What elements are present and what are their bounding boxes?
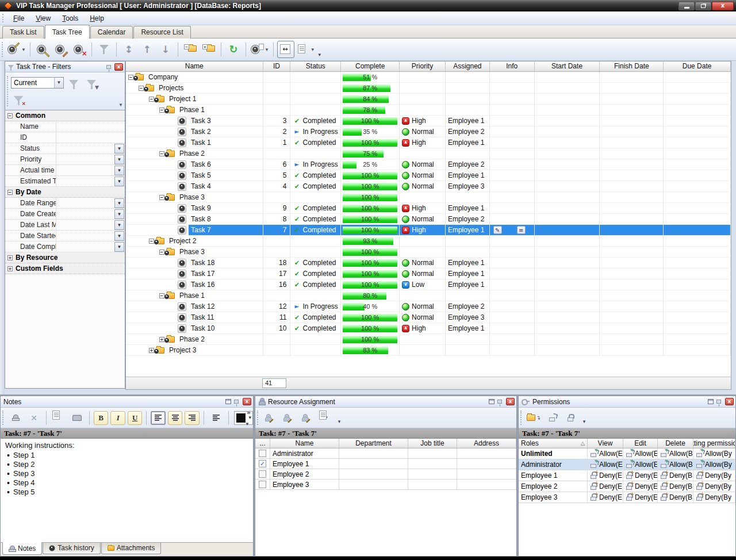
column-header-tting-permissic[interactable]: tting permissic <box>693 439 735 448</box>
bullet-list-button[interactable] <box>208 409 225 427</box>
menu-view[interactable]: View <box>30 13 56 24</box>
chevron-down-icon[interactable]: ▼ <box>114 209 124 219</box>
task-row[interactable]: Task 55✔Completed100 %NormalEmployee 1 <box>126 170 731 181</box>
move-task-down-button[interactable]: ↓ <box>157 41 174 58</box>
filter-field-value[interactable] <box>56 198 114 208</box>
column-header-department[interactable]: Department <box>339 439 408 448</box>
task-row[interactable]: Task 44✔Completed100 %NormalEmployee 3 <box>126 181 731 192</box>
tab-task-tree[interactable]: Task Tree <box>45 25 90 39</box>
filter-section-by-date[interactable]: −By Date <box>5 187 125 198</box>
filter-field-value[interactable] <box>56 209 114 219</box>
apply-filter-button[interactable] <box>66 76 81 90</box>
chevron-down-icon[interactable]: ▼ <box>114 198 124 208</box>
chevron-down-icon[interactable]: ▼ <box>114 231 124 241</box>
task-row[interactable]: Task 1010✔Completed100 %∧HighEmployee 1 <box>126 323 731 334</box>
pin-icon[interactable] <box>497 400 502 404</box>
group-row[interactable]: −Project 293 % <box>126 236 731 247</box>
column-header-due-date[interactable]: Due Date <box>664 62 731 71</box>
filter-field-value[interactable] <box>56 143 114 154</box>
tab-task-list[interactable]: Task List <box>2 26 44 39</box>
column-header-start-date[interactable]: Start Date <box>535 62 600 71</box>
chevron-down-icon[interactable]: ▼ <box>114 155 124 164</box>
restore-panel-icon[interactable] <box>708 399 714 404</box>
chevron-down-icon[interactable]: ▼ <box>114 177 124 186</box>
toolbar-overflow-button[interactable]: ▼ <box>317 49 331 59</box>
task-row[interactable]: Task 99✔Completed100 %∧HighEmployee 1 <box>126 203 731 214</box>
filter-preset-select[interactable]: Current ▼ <box>11 77 64 89</box>
group-row[interactable]: −Phase 275 % <box>126 148 731 159</box>
chevron-down-icon[interactable]: ▼ <box>114 220 124 230</box>
deny-permission-button[interactable] <box>562 409 579 427</box>
filter-field-value[interactable] <box>56 176 114 186</box>
filter-field-value[interactable] <box>56 241 114 252</box>
restore-button[interactable] <box>695 2 711 10</box>
grid-report-button[interactable]: ▼ <box>296 41 316 58</box>
column-header-edit[interactable]: Edit <box>623 439 658 448</box>
checkbox-unchecked[interactable] <box>259 450 266 457</box>
group-row[interactable]: +Project 383 % <box>126 345 731 356</box>
print-button[interactable] <box>68 409 86 427</box>
edit-assignment-button[interactable] <box>280 409 297 427</box>
group-row[interactable]: −Projects87 % <box>126 83 731 94</box>
column-header-address[interactable]: Address <box>457 439 516 448</box>
group-row[interactable]: −Project 184 % <box>126 94 731 105</box>
filter-field-value[interactable] <box>56 231 114 241</box>
filter-toolbar-overflow[interactable]: ▼ <box>118 102 123 108</box>
filter-field-value[interactable] <box>56 154 114 164</box>
resource-row[interactable]: ✓Employee 1 <box>255 459 516 469</box>
filter-panel-close-button[interactable]: x <box>114 63 123 71</box>
checkbox-unchecked[interactable] <box>259 481 266 488</box>
tab-resource-list[interactable]: Resource List <box>133 26 190 39</box>
permission-row[interactable]: Employee 2+Deny(E+Deny(E+Deny(B+Deny(By <box>519 481 735 492</box>
collapse-all-button[interactable]: − <box>182 41 199 58</box>
task-row[interactable]: Task 1818✔Completed100 %NormalEmployee 1 <box>126 258 731 269</box>
column-header-job-title[interactable]: Job title <box>408 439 457 448</box>
copy-permissions-button[interactable]: ↴ <box>525 409 542 427</box>
task-row[interactable]: Task 66►In Progress25 %NormalEmployee 2 <box>126 159 731 170</box>
filter-field-value[interactable] <box>56 220 114 230</box>
column-header-assigned[interactable]: Assigned <box>446 62 490 71</box>
notes-toolbar-more[interactable]: » <box>247 409 251 416</box>
filter-field-value[interactable] <box>56 132 125 143</box>
pin-icon[interactable] <box>716 400 721 404</box>
move-task-up-button[interactable]: ↑ <box>139 41 156 58</box>
italic-button[interactable]: I <box>110 411 125 425</box>
column-header-priority[interactable]: Priority <box>400 62 446 71</box>
edit-task-button[interactable] <box>52 41 70 58</box>
save-filter-button[interactable]: ▼ <box>84 76 99 90</box>
pin-icon[interactable] <box>234 400 239 404</box>
refresh-button[interactable]: ↻ <box>225 41 242 58</box>
column-header-delete[interactable]: Delete <box>658 439 693 448</box>
column-header-name[interactable]: Name <box>270 439 339 448</box>
menu-file[interactable]: File <box>8 13 29 24</box>
task-row-selected[interactable]: Task 77✔Completed100 %∧HighEmployee 1✎≡ <box>126 225 731 236</box>
expand-icon[interactable]: + <box>7 255 13 260</box>
notes-content[interactable]: Working instructions: Step 1Step 2Step 3… <box>1 439 253 542</box>
minimize-button[interactable] <box>678 2 695 10</box>
duplicate-task-button[interactable]: ▼ <box>250 41 270 58</box>
column-header-status[interactable]: Status <box>290 62 341 71</box>
notes-panel-close-button[interactable]: x <box>243 398 251 405</box>
tab-notes[interactable]: Notes <box>2 542 42 555</box>
filter-section-common[interactable]: −Common <box>5 110 125 121</box>
assignment-report-button[interactable]: ▼ <box>317 409 334 427</box>
new-task-button[interactable]: ▼ <box>6 41 26 58</box>
delete-task-button[interactable]: × <box>71 41 88 58</box>
column-header-id[interactable]: ID <box>263 62 291 71</box>
new-subtask-button[interactable] <box>34 41 51 58</box>
pin-icon[interactable] <box>106 65 111 69</box>
chevron-down-icon[interactable]: ▼ <box>114 144 124 154</box>
column-header-view[interactable]: View <box>588 439 623 448</box>
checkbox-checked[interactable]: ✓ <box>259 460 266 467</box>
permission-row[interactable]: Unlimited+Allow(E+Allow(E+Allow(B+Allow(… <box>519 448 735 459</box>
expand-icon[interactable]: + <box>7 266 13 271</box>
filter-field-value[interactable] <box>56 121 125 132</box>
assign-resource-button[interactable] <box>262 409 279 427</box>
group-row[interactable]: +Phase 2100 % <box>126 334 731 345</box>
align-right-button[interactable] <box>185 411 199 425</box>
group-row[interactable]: −Phase 3100 % <box>126 192 731 203</box>
bold-button[interactable]: B <box>94 411 108 425</box>
underline-button[interactable]: U <box>128 411 142 425</box>
filter-tasks-button[interactable] <box>95 41 113 58</box>
task-row[interactable]: Task 22►In Progress35 %NormalEmployee 2 <box>126 126 731 137</box>
